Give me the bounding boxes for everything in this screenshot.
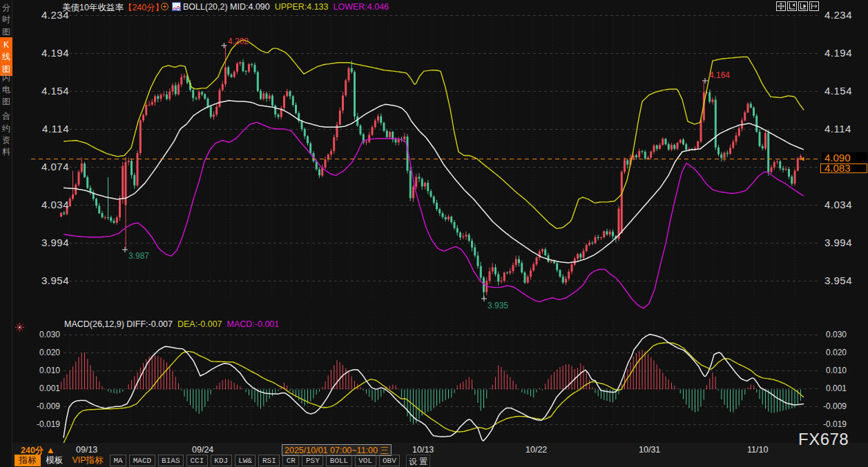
svg-text:0.001: 0.001 bbox=[826, 384, 847, 393]
svg-text:0.010: 0.010 bbox=[39, 366, 60, 375]
svg-text:0.030: 0.030 bbox=[39, 330, 60, 339]
svg-text:4.114: 4.114 bbox=[824, 123, 851, 135]
svg-text:3.994: 3.994 bbox=[824, 237, 852, 248]
svg-text:0.020: 0.020 bbox=[39, 348, 60, 357]
svg-text:4.154: 4.154 bbox=[824, 85, 852, 97]
svg-text:4.074: 4.074 bbox=[41, 161, 69, 172]
svg-text:4.114: 4.114 bbox=[42, 123, 69, 135]
svg-text:3.954: 3.954 bbox=[824, 275, 852, 286]
svg-text:-0.019: -0.019 bbox=[37, 419, 60, 429]
svg-text:0.001: 0.001 bbox=[39, 384, 60, 393]
svg-text:4.234: 4.234 bbox=[824, 9, 852, 21]
svg-text:4.164: 4.164 bbox=[709, 70, 730, 80]
svg-text:3.954: 3.954 bbox=[41, 275, 69, 286]
svg-text:-0.019: -0.019 bbox=[823, 419, 847, 429]
svg-text:3.987: 3.987 bbox=[128, 251, 149, 261]
svg-text:3.994: 3.994 bbox=[41, 237, 69, 248]
svg-text:4.034: 4.034 bbox=[41, 199, 69, 210]
svg-text:0.020: 0.020 bbox=[826, 348, 847, 357]
svg-text:3.935: 3.935 bbox=[488, 301, 508, 310]
svg-text:4.202: 4.202 bbox=[228, 37, 249, 46]
svg-text:4.154: 4.154 bbox=[41, 85, 69, 97]
svg-text:-0.009: -0.009 bbox=[823, 401, 847, 411]
svg-text:4.194: 4.194 bbox=[824, 47, 852, 59]
svg-text:4.194: 4.194 bbox=[41, 47, 69, 59]
svg-text:0.010: 0.010 bbox=[826, 366, 847, 375]
svg-text:4.083: 4.083 bbox=[824, 162, 851, 174]
svg-text:4.034: 4.034 bbox=[824, 199, 852, 210]
svg-text:-0.009: -0.009 bbox=[37, 401, 60, 411]
svg-text:0.030: 0.030 bbox=[826, 330, 847, 339]
